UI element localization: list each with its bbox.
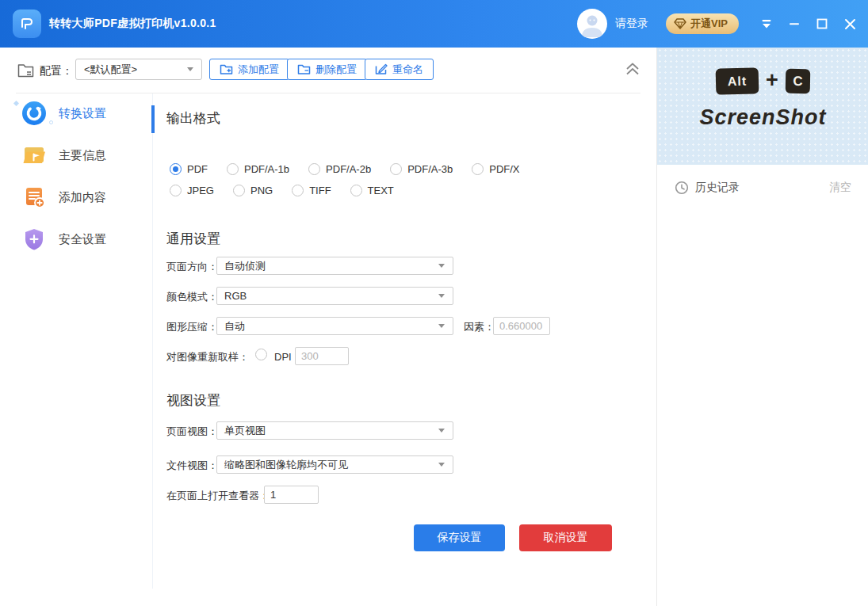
c-keycap: C bbox=[786, 69, 811, 94]
radio-icon bbox=[170, 163, 182, 175]
history-label: 历史记录 bbox=[695, 181, 740, 195]
save-settings-button[interactable]: 保存设置 bbox=[414, 524, 505, 551]
add-config-button[interactable]: 添加配置 bbox=[209, 59, 289, 80]
format-radio-jpeg[interactable]: JPEG bbox=[170, 185, 214, 196]
rename-label: 重命名 bbox=[392, 63, 423, 77]
close-button[interactable] bbox=[843, 17, 857, 31]
clear-history-button[interactable]: 清空 bbox=[829, 181, 851, 195]
rename-button[interactable]: 重命名 bbox=[365, 59, 434, 80]
rename-pencil-icon bbox=[375, 63, 388, 75]
login-link[interactable]: 请登录 bbox=[615, 17, 648, 31]
sidebar-item-label: 主要信息 bbox=[59, 148, 106, 163]
page-orientation-select[interactable]: 自动侦测 bbox=[216, 257, 453, 275]
convert-settings-icon bbox=[21, 100, 48, 127]
screenshot-promo-banner[interactable]: Alt + C ScreenShot bbox=[657, 48, 868, 165]
clock-icon bbox=[675, 181, 689, 195]
sidebar-item-label: 添加内容 bbox=[59, 190, 106, 205]
plus-sign: + bbox=[766, 68, 778, 93]
app-window: 转转大师PDF虚拟打印机v1.0.0.1 请登录 开通VIP bbox=[0, 0, 868, 606]
compression-select[interactable]: 自动 bbox=[216, 317, 453, 335]
radio-icon bbox=[350, 185, 362, 196]
format-radio-pdfa2b[interactable]: PDF/A-2b bbox=[308, 163, 371, 175]
diamond-icon bbox=[674, 18, 686, 29]
color-mode-label: 颜色模式： bbox=[166, 290, 218, 304]
output-format-heading: 输出格式 bbox=[166, 109, 220, 128]
user-avatar[interactable] bbox=[577, 9, 607, 39]
radio-icon bbox=[308, 163, 320, 175]
viewer-on-page-input[interactable] bbox=[264, 486, 319, 504]
shortcut-keys: Alt + C bbox=[716, 68, 810, 94]
cancel-settings-button[interactable]: 取消设置 bbox=[519, 524, 612, 551]
app-logo-icon bbox=[13, 10, 41, 38]
format-radio-text[interactable]: TEXT bbox=[350, 185, 394, 196]
skin-menu-icon[interactable] bbox=[759, 17, 774, 31]
general-settings-heading: 通用设置 bbox=[166, 230, 220, 248]
screenshot-label: ScreenShot bbox=[699, 105, 826, 130]
sidebar-item-convert-settings[interactable]: 转换设置 bbox=[0, 100, 151, 127]
format-radio-pdfx[interactable]: PDF/X bbox=[472, 163, 519, 175]
format-radio-row-1: PDF PDF/A-1b PDF/A-2b PDF/A-3b PDF/X bbox=[170, 163, 520, 175]
minimize-button[interactable] bbox=[787, 17, 801, 31]
config-select-value: <默认配置> bbox=[84, 63, 187, 77]
page-orientation-label: 页面方向： bbox=[166, 260, 218, 274]
add-config-label: 添加配置 bbox=[238, 63, 279, 77]
main-info-folder-icon bbox=[21, 142, 48, 169]
factor-input[interactable] bbox=[493, 317, 550, 335]
toolbar-divider bbox=[16, 93, 640, 93]
radio-icon bbox=[472, 163, 484, 175]
config-label: 配置： bbox=[40, 64, 73, 78]
page-view-select[interactable]: 单页视图 bbox=[216, 421, 453, 440]
compression-label: 图形压缩： bbox=[166, 320, 218, 334]
sidebar-item-security-settings[interactable]: 安全设置 bbox=[0, 226, 151, 253]
sidebar-item-label: 转换设置 bbox=[59, 106, 106, 121]
format-radio-pdfa1b[interactable]: PDF/A-1b bbox=[227, 163, 289, 175]
section-accent-bar bbox=[151, 105, 155, 133]
format-radio-pdf[interactable]: PDF bbox=[170, 163, 208, 175]
resample-label: 对图像重新取样： bbox=[166, 350, 249, 364]
format-radio-tiff[interactable]: TIFF bbox=[292, 185, 331, 196]
page-view-label: 页面视图： bbox=[166, 425, 218, 439]
chevron-down-icon bbox=[438, 429, 445, 433]
right-panel: Alt + C ScreenShot 历史记录 清空 bbox=[656, 48, 868, 606]
vip-label: 开通VIP bbox=[690, 17, 728, 31]
alt-keycap: Alt bbox=[716, 67, 759, 94]
chevron-down-icon bbox=[438, 264, 445, 268]
history-header: 历史记录 清空 bbox=[657, 174, 868, 201]
radio-icon bbox=[170, 185, 182, 196]
chevron-down-icon bbox=[187, 67, 193, 71]
sparkle-decoration bbox=[49, 120, 53, 124]
format-radio-png[interactable]: PNG bbox=[233, 185, 273, 196]
format-radio-row-2: JPEG PNG TIFF TEXT bbox=[170, 185, 394, 196]
color-mode-select[interactable]: RGB bbox=[216, 287, 453, 305]
format-radio-pdfa3b[interactable]: PDF/A-3b bbox=[390, 163, 453, 175]
sidebar-item-label: 安全设置 bbox=[59, 232, 106, 247]
add-content-document-icon bbox=[21, 184, 48, 211]
dpi-input[interactable] bbox=[295, 347, 349, 365]
factor-label: 因素： bbox=[464, 320, 495, 334]
maximize-button[interactable] bbox=[815, 17, 829, 31]
sidebar-item-main-info[interactable]: 主要信息 bbox=[0, 142, 151, 169]
chevron-down-icon bbox=[438, 463, 445, 467]
delete-config-button[interactable]: 删除配置 bbox=[287, 59, 367, 80]
sidebar-item-add-content[interactable]: 添加内容 bbox=[0, 184, 151, 211]
file-view-select[interactable]: 缩略图和图像轮廓均不可见 bbox=[216, 455, 453, 474]
radio-icon bbox=[227, 163, 239, 175]
radio-icon bbox=[233, 185, 245, 196]
sidebar: 转换设置 主要信息 添加内容 bbox=[0, 100, 151, 268]
chevron-down-icon bbox=[438, 294, 445, 298]
collapse-panel-icon[interactable] bbox=[623, 60, 644, 79]
folder-plus-icon bbox=[220, 63, 233, 75]
content-left-border bbox=[152, 93, 153, 589]
view-settings-heading: 视图设置 bbox=[166, 391, 220, 410]
radio-icon bbox=[390, 163, 402, 175]
viewer-on-page-label: 在页面上打开查看器： bbox=[166, 489, 270, 503]
chevron-down-icon bbox=[438, 324, 445, 328]
delete-config-label: 删除配置 bbox=[315, 63, 357, 77]
titlebar: 转转大师PDF虚拟打印机v1.0.0.1 请登录 开通VIP bbox=[0, 0, 868, 48]
config-select[interactable]: <默认配置> bbox=[75, 59, 202, 80]
resample-radio[interactable] bbox=[255, 349, 267, 360]
file-view-label: 文件视图： bbox=[166, 459, 218, 473]
vip-button[interactable]: 开通VIP bbox=[666, 13, 739, 34]
config-folder-icon bbox=[17, 63, 34, 81]
security-shield-icon bbox=[21, 226, 48, 253]
